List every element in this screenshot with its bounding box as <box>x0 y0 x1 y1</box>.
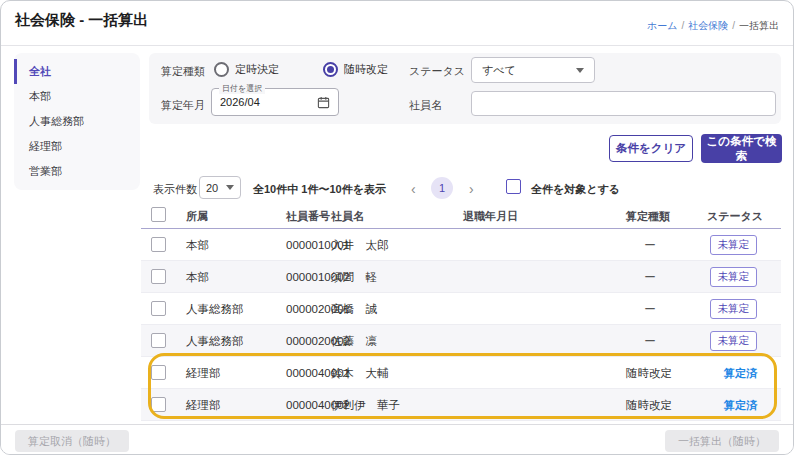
table-header: 所属 社員番号 社員名 退職年月日 算定種類 ステータス <box>141 204 781 229</box>
table-row[interactable]: 人事総務部 0000020002 佐藤 凛 ー 未算定 <box>141 325 781 357</box>
status-filter-label: ステータス <box>409 64 465 79</box>
header-divider <box>1 45 793 46</box>
page-title: 社会保険 - 一括算出 <box>15 11 148 30</box>
calendar-icon[interactable] <box>317 96 330 109</box>
row-checkbox[interactable] <box>151 397 166 412</box>
page-number-button[interactable]: 1 <box>431 177 453 199</box>
breadcrumb-social-insurance-link[interactable]: 社会保険 <box>688 20 728 31</box>
status-badge[interactable]: 未算定 <box>710 299 758 319</box>
header-department: 所属 <box>186 209 208 224</box>
row-checkbox[interactable] <box>151 301 166 316</box>
sidebar-item-1[interactable]: 本部 <box>14 84 140 109</box>
sidebar-item-0[interactable]: 全社 <box>14 59 140 84</box>
chevron-right-icon[interactable]: › <box>469 182 474 196</box>
date-field-floating-label: 日付を選択 <box>219 83 265 94</box>
row-checkbox[interactable] <box>151 237 166 252</box>
status-badge[interactable]: 算定済 <box>724 365 757 380</box>
result-range-text: 全10件中 1件〜10件を表示 <box>253 182 386 197</box>
cancel-calculation-button[interactable]: 算定取消（随時） <box>15 430 129 452</box>
table-row[interactable]: 経理部 0000040001 鈴木 大輔 随時改定 算定済 <box>141 357 781 389</box>
header-status: ステータス <box>707 209 763 224</box>
status-badge[interactable]: 未算定 <box>710 235 758 255</box>
breadcrumb-separator: / <box>681 20 684 31</box>
row-checkbox[interactable] <box>151 269 166 284</box>
sidebar-nav: 全社 本部 人事総務部 経理部 営業部 <box>14 53 140 190</box>
row-checkbox[interactable] <box>151 333 166 348</box>
breadcrumb-home-link[interactable]: ホーム <box>647 20 677 31</box>
sidebar-item-4[interactable]: 営業部 <box>14 159 140 184</box>
sidebar-item-2[interactable]: 人事総務部 <box>14 109 140 134</box>
header-checkbox[interactable] <box>151 207 166 222</box>
chevron-down-icon <box>226 185 234 190</box>
select-all-label: 全件を対象とする <box>531 182 620 197</box>
radio-teiji-kettei[interactable]: 定時決定 <box>214 62 279 77</box>
app-window: 社会保険 - 一括算出 ホーム/社会保険/一括算出 全社 本部 人事総務部 経理… <box>0 0 794 455</box>
calc-month-input[interactable] <box>220 96 300 108</box>
status-select[interactable]: すべて <box>471 57 595 83</box>
footer-bar: 算定取消（随時） 一括算出（随時） <box>1 424 793 455</box>
status-badge[interactable]: 未算定 <box>710 331 758 351</box>
row-checkbox[interactable] <box>151 365 166 380</box>
header-calc-type: 算定種類 <box>626 209 670 224</box>
batch-calculate-button[interactable]: 一括算出（随時） <box>665 430 779 452</box>
breadcrumb-separator: / <box>732 20 735 31</box>
header-employee-name: 社員名 <box>331 209 364 224</box>
chevron-left-icon[interactable]: ‹ <box>411 182 416 196</box>
sidebar-item-3[interactable]: 経理部 <box>14 134 140 159</box>
calc-month-label: 算定年月 <box>161 98 205 113</box>
select-all-checkbox[interactable] <box>506 179 521 194</box>
breadcrumb-current: 一括算出 <box>739 20 779 31</box>
radio-icon <box>214 62 229 77</box>
table-row[interactable]: 人事総務部 0000020001 髙橋 誠 ー 未算定 <box>141 293 781 325</box>
header-employee-no: 社員番号 <box>286 209 330 224</box>
breadcrumb: ホーム/社会保険/一括算出 <box>647 19 779 33</box>
status-badge[interactable]: 算定済 <box>724 397 757 412</box>
page-size-label: 表示件数 <box>153 182 197 197</box>
clear-conditions-button[interactable]: 条件をクリア <box>609 135 693 162</box>
employee-name-input[interactable] <box>471 91 776 116</box>
table-row[interactable]: 経理部 0000040002 伊利伊 華子 随時改定 算定済 <box>141 389 781 421</box>
calc-type-label: 算定種類 <box>161 64 205 79</box>
search-button[interactable]: この条件で検索 <box>701 134 782 163</box>
table-body: 本部 0000010001 入井 太郎 ー 未算定 本部 0000010002 … <box>141 229 781 421</box>
page-size-select[interactable]: 20 <box>199 176 241 199</box>
radio-icon <box>323 62 338 77</box>
chevron-down-icon <box>576 68 584 73</box>
employee-name-label: 社員名 <box>409 98 442 113</box>
table-row[interactable]: 本部 0000010001 入井 太郎 ー 未算定 <box>141 229 781 261</box>
table-row[interactable]: 本部 0000010002 須間 軽 ー 未算定 <box>141 261 781 293</box>
radio-zuiji-kaitei[interactable]: 随時改定 <box>323 62 388 77</box>
header-retirement-date: 退職年月日 <box>463 209 518 224</box>
status-badge[interactable]: 未算定 <box>710 267 758 287</box>
